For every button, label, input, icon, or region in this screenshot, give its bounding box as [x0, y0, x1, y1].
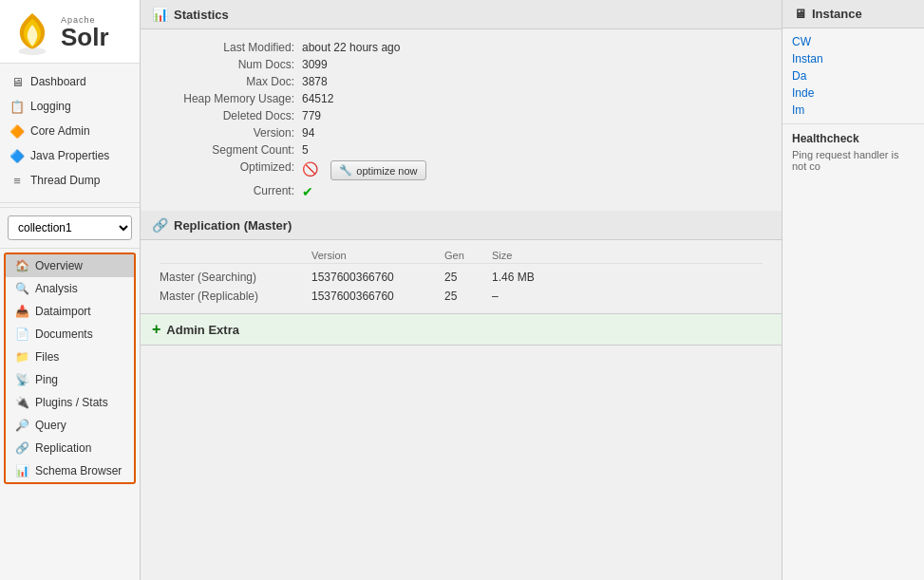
- optimized-no-icon: 🚫: [302, 161, 318, 177]
- content-area: 📊 Statistics Last Modified: about 22 hou…: [141, 0, 924, 580]
- nav-item-java-properties[interactable]: 🔷 Java Properties: [0, 143, 140, 168]
- instance-link-instan[interactable]: Instan: [792, 51, 915, 66]
- value-optimized: 🚫 🔧 optimize now: [302, 160, 426, 180]
- right-panel: 🖥 Instance CW Instan Da Inde Im Healthch…: [782, 0, 924, 580]
- admin-extra-icon: +: [152, 321, 160, 338]
- replication-label-replicable: Master (Replicable): [160, 290, 311, 303]
- replication-col-gen: Gen: [444, 250, 492, 261]
- nav-label-logging: Logging: [30, 100, 71, 113]
- instance-icon: 🖥: [794, 7, 806, 21]
- admin-extra-title: Admin Extra: [166, 323, 239, 337]
- sub-nav-label-ping: Ping: [35, 373, 58, 386]
- healthcheck-section: Healthcheck Ping request handler is not …: [783, 123, 924, 179]
- replication-icon: 🔗: [15, 441, 29, 455]
- thread-dump-icon: ≡: [9, 173, 25, 188]
- instance-link-da[interactable]: Da: [792, 68, 915, 84]
- sub-nav-label-query: Query: [35, 419, 66, 432]
- sub-nav-query[interactable]: 🔎 Query: [6, 414, 134, 437]
- label-optimized: Optimized:: [160, 160, 302, 180]
- nav-label-core-admin: Core Admin: [30, 124, 90, 138]
- value-heap-memory: 64512: [302, 92, 333, 105]
- optimize-now-button[interactable]: 🔧 optimize now: [330, 160, 425, 180]
- sub-nav-label-schema: Schema Browser: [35, 464, 122, 477]
- main-nav: 🖥 Dashboard 📋 Logging 🔶 Core Admin 🔷 Jav…: [0, 64, 140, 198]
- optimize-wrench-icon: 🔧: [339, 164, 352, 177]
- solr-logo-icon: [9, 9, 55, 55]
- label-max-doc: Max Doc:: [160, 75, 302, 88]
- middle-content: 📊 Statistics Last Modified: about 22 hou…: [141, 0, 782, 580]
- sub-nav-replication[interactable]: 🔗 Replication: [6, 437, 134, 459]
- sub-nav-ping[interactable]: 📡 Ping: [6, 368, 134, 391]
- label-version: Version:: [160, 126, 302, 140]
- replication-size-replicable: –: [492, 290, 568, 303]
- sub-nav-plugins-stats[interactable]: 🔌 Plugins / Stats: [6, 391, 134, 414]
- statistics-table: Last Modified: about 22 hours ago Num Do…: [141, 29, 782, 211]
- value-max-doc: 3878: [302, 75, 328, 88]
- stats-row-segment-count: Segment Count: 5: [160, 141, 763, 159]
- replication-gen-replicable: 25: [444, 290, 492, 303]
- value-num-docs: 3099: [302, 58, 328, 71]
- query-icon: 🔎: [15, 419, 29, 432]
- collection-sub-nav: 🏠 Overview 🔍 Analysis 📥 Dataimport 📄 Doc…: [4, 253, 136, 484]
- nav-item-thread-dump[interactable]: ≡ Thread Dump: [0, 168, 140, 193]
- value-last-modified: about 22 hours ago: [302, 41, 400, 54]
- label-last-modified: Last Modified:: [160, 41, 302, 54]
- sub-nav-files[interactable]: 📁 Files: [6, 346, 134, 368]
- core-admin-icon: 🔶: [9, 123, 25, 139]
- optimize-btn-label: optimize now: [356, 165, 417, 177]
- stats-row-max-doc: Max Doc: 3878: [160, 73, 763, 90]
- value-version: 94: [302, 126, 314, 140]
- healthcheck-title: Healthcheck: [792, 132, 915, 145]
- replication-label-searching: Master (Searching): [160, 271, 311, 284]
- label-deleted-docs: Deleted Docs:: [160, 109, 302, 122]
- instance-link-im[interactable]: Im: [792, 103, 915, 118]
- logo-area: Apache Solr: [0, 0, 140, 64]
- stats-row-heap-memory: Heap Memory Usage: 64512: [160, 90, 763, 107]
- sub-nav-label-files: Files: [35, 350, 59, 364]
- label-num-docs: Num Docs:: [160, 58, 302, 71]
- nav-label-java-properties: Java Properties: [30, 149, 109, 162]
- sub-nav-label-dataimport: Dataimport: [35, 305, 91, 318]
- sub-nav-analysis[interactable]: 🔍 Analysis: [6, 277, 134, 300]
- dataimport-icon: 📥: [15, 305, 29, 318]
- stats-row-num-docs: Num Docs: 3099: [160, 56, 763, 73]
- instance-panel-header: 🖥 Instance: [783, 0, 924, 28]
- instance-link-inde[interactable]: Inde: [792, 85, 915, 101]
- sub-nav-label-overview: Overview: [35, 259, 83, 272]
- replication-col-label: [160, 250, 311, 261]
- nav-item-logging[interactable]: 📋 Logging: [0, 94, 140, 119]
- sub-nav-documents[interactable]: 📄 Documents: [6, 323, 134, 346]
- replication-col-headers: Version Gen Size: [160, 248, 763, 264]
- replication-version-searching: 1537600366760: [311, 271, 444, 284]
- value-deleted-docs: 779: [302, 109, 321, 122]
- statistics-title: Statistics: [174, 8, 229, 22]
- replication-row-replicable: Master (Replicable) 1537600366760 25 –: [160, 287, 763, 306]
- collection-dropdown[interactable]: collection1: [8, 215, 132, 240]
- sub-nav-overview[interactable]: 🏠 Overview: [6, 254, 134, 277]
- analysis-icon: 🔍: [15, 282, 29, 295]
- replication-row-searching: Master (Searching) 1537600366760 25 1.46…: [160, 268, 763, 287]
- java-properties-icon: 🔷: [9, 148, 25, 163]
- label-segment-count: Segment Count:: [160, 143, 302, 157]
- healthcheck-text: Ping request handler is not co: [792, 149, 915, 172]
- solr-label: Solr: [61, 25, 109, 49]
- sub-nav-dataimport[interactable]: 📥 Dataimport: [6, 300, 134, 323]
- statistics-header: 📊 Statistics: [141, 0, 782, 29]
- schema-icon: 📊: [15, 464, 29, 477]
- sub-nav-label-documents: Documents: [35, 327, 93, 341]
- sub-nav-schema-browser[interactable]: 📊 Schema Browser: [6, 459, 134, 482]
- replication-section-icon: 🔗: [152, 217, 168, 233]
- replication-header: 🔗 Replication (Master): [141, 211, 782, 240]
- instance-title: Instance: [812, 7, 862, 21]
- current-yes-icon: ✔: [302, 184, 313, 199]
- sub-nav-label-analysis: Analysis: [35, 282, 78, 295]
- value-current: ✔: [302, 184, 313, 199]
- nav-item-core-admin[interactable]: 🔶 Core Admin: [0, 119, 140, 143]
- nav-item-dashboard[interactable]: 🖥 Dashboard: [0, 69, 140, 94]
- replication-gen-searching: 25: [444, 271, 492, 284]
- instance-link-cw[interactable]: CW: [792, 34, 915, 49]
- stats-row-deleted-docs: Deleted Docs: 779: [160, 107, 763, 124]
- label-current: Current:: [160, 184, 302, 199]
- sub-nav-label-plugins: Plugins / Stats: [35, 396, 108, 409]
- stats-row-optimized: Optimized: 🚫 🔧 optimize now: [160, 159, 763, 182]
